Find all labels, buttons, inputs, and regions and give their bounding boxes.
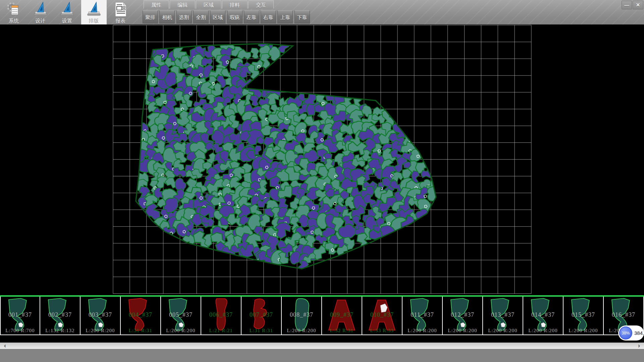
piece-id-label: 005_#37 [161, 311, 201, 318]
menu-tab-排料[interactable]: 排料 [222, 0, 248, 9]
action-button-右靠-7[interactable]: 右靠 [261, 10, 276, 23]
piece-id-label: 006_#37 [201, 311, 241, 318]
action-button-瑕疵-5[interactable]: 瑕疵 [227, 10, 243, 23]
piece-lr-label: L:21 R:21 [201, 328, 241, 334]
close-icon: ✕ [636, 2, 640, 8]
piece-lr-label: L:200 R:200 [402, 328, 442, 334]
piece-lr-label: L:700 R:700 [1, 328, 40, 334]
action-button-全割-3[interactable]: 全割 [193, 10, 209, 23]
menu-tab-区域[interactable]: 区域 [196, 0, 221, 9]
piece-thumbnail-014_#37[interactable]: 014_#37L:200 R:200 [523, 297, 564, 335]
chevron-left-icon: ‹ [4, 342, 6, 349]
piece-lr-label: L:132 R:132 [40, 328, 80, 334]
horizontal-scrollbar[interactable]: ‹ › [0, 343, 644, 349]
piece-id-label: 002_#37 [40, 311, 80, 318]
piece-thumbnail-006_#37[interactable]: 006_#37L:21 R:21 [201, 297, 241, 335]
toolbar-button-label: 排版 [89, 17, 99, 24]
piece-thumbnail-009_#37[interactable]: 009_#37L:32 R:31 [322, 297, 362, 335]
piece-id-label: 008_#37 [282, 311, 321, 318]
piece-id-label: 012_#37 [443, 311, 482, 318]
action-button-选割-2[interactable]: 选割 [176, 10, 192, 23]
toolbar-button-报表[interactable]: 报表 [108, 0, 133, 24]
memory-amount: 384.8M [634, 330, 644, 336]
close-button[interactable]: ✕ [633, 1, 643, 9]
set-square-icon [33, 1, 48, 17]
piece-lr-label: L:31 R:31 [121, 328, 160, 334]
action-button-聚排-0[interactable]: 聚排 [143, 10, 158, 23]
piece-lr-label: L:200 R:200 [161, 328, 201, 334]
piece-lr-label: L:200 R:200 [564, 328, 603, 334]
window-bottom-band [0, 349, 644, 362]
piece-thumbnail-010_#37[interactable]: 010_#37L:33 R:33 [362, 297, 402, 335]
action-button-下靠-9[interactable]: 下靠 [294, 10, 310, 23]
toolbar-button-label: 系统 [9, 17, 19, 24]
piece-id-label: 003_#37 [80, 311, 120, 318]
action-button-区域-4[interactable]: 区域 [210, 10, 225, 23]
memory-monitor-badge[interactable]: 38% 384.8M [618, 325, 644, 341]
piece-id-label: 007_#37 [241, 311, 281, 318]
scroll-left-button[interactable]: ‹ [0, 343, 10, 349]
piece-id-label: 001_#37 [1, 311, 40, 318]
piece-id-label: 004_#37 [121, 311, 160, 318]
piece-id-label: 014_#37 [523, 311, 563, 318]
memory-percent: 38% [622, 331, 630, 336]
action-button-上靠-8[interactable]: 上靠 [277, 10, 293, 23]
piece-id-label: 016_#37 [604, 311, 643, 318]
piece-thumbnail-015_#37[interactable]: 015_#37L:200 R:200 [564, 297, 604, 335]
piece-lr-label: L:200 R:200 [523, 328, 563, 334]
menu-tab-属性[interactable]: 属性 [144, 0, 169, 9]
piece-id-label: 015_#37 [564, 311, 603, 318]
piece-thumbnail-005_#37[interactable]: 005_#37L:200 R:200 [161, 297, 201, 335]
minimize-icon: — [624, 2, 629, 8]
toolbar-button-排版[interactable]: 排版 [81, 0, 107, 24]
toolbar-button-label: 设置 [62, 17, 72, 24]
piece-id-label: 009_#37 [322, 311, 362, 318]
piece-thumbnail-007_#37[interactable]: 007_#37L:31 R:31 [241, 297, 282, 335]
piece-id-label: 010_#37 [362, 311, 402, 318]
piece-thumbnail-strip: 001_#37L:700 R:700002_#37L:132 R:132003_… [0, 297, 644, 336]
piece-lr-label: L:200 R:200 [443, 328, 482, 334]
toolbar-button-label: 报表 [115, 17, 125, 24]
set-square-icon [59, 1, 75, 17]
piece-lr-label: L:200 R:200 [483, 328, 523, 334]
nested-pieces [132, 37, 441, 276]
toolbar-button-设置[interactable]: 设置 [54, 0, 80, 24]
piece-thumbnail-011_#37[interactable]: 011_#37L:200 R:200 [402, 297, 443, 335]
toolbar-button-label: 设计 [36, 17, 46, 24]
piece-lr-label: L:200 R:200 [282, 328, 321, 334]
main-toolbar: 系统设计设置排版报表 属性编辑区域排料交互 聚排相机选割全割区域瑕疵左靠右靠上靠… [0, 0, 644, 25]
piece-thumbnail-002_#37[interactable]: 002_#37L:132 R:132 [40, 297, 80, 335]
memory-percent-circle: 38% [619, 326, 632, 340]
chevron-right-icon: › [638, 342, 640, 349]
nesting-canvas[interactable] [0, 24, 644, 295]
piece-thumbnail-003_#37[interactable]: 003_#37L:200 R:200 [80, 297, 121, 335]
action-button-相机-1[interactable]: 相机 [159, 10, 175, 23]
piece-lr-label: L:32 R:31 [322, 328, 362, 334]
piece-thumbnail-004_#37[interactable]: 004_#37L:31 R:31 [121, 297, 161, 335]
hide-nesting-drawing [0, 24, 644, 295]
piece-lr-label: L:33 R:33 [362, 328, 402, 334]
piece-lr-label: L:200 R:200 [80, 328, 120, 334]
menu-tab-交互[interactable]: 交互 [248, 0, 274, 9]
menu-tab-编辑[interactable]: 编辑 [170, 0, 195, 9]
minimize-button[interactable]: — [622, 1, 632, 9]
system-gear-icon [6, 1, 21, 17]
piece-id-label: 011_#37 [402, 311, 442, 318]
set-square-icon [86, 1, 102, 17]
nested-piece [250, 47, 260, 59]
nesting-app-window: 系统设计设置排版报表 属性编辑区域排料交互 聚排相机选割全割区域瑕疵左靠右靠上靠… [0, 0, 644, 362]
scroll-right-button[interactable]: › [634, 343, 644, 349]
piece-thumbnail-001_#37[interactable]: 001_#37L:700 R:700 [0, 297, 40, 335]
toolbar-button-系统[interactable]: 系统 [1, 0, 26, 24]
piece-thumbnail-013_#37[interactable]: 013_#37L:200 R:200 [483, 297, 523, 335]
piece-id-label: 013_#37 [483, 311, 523, 318]
piece-thumbnail-012_#37[interactable]: 012_#37L:200 R:200 [443, 297, 483, 335]
piece-lr-label: L:31 R:31 [241, 328, 281, 334]
report-doc-icon [113, 1, 128, 17]
toolbar-button-设计[interactable]: 设计 [28, 0, 53, 24]
action-button-左靠-6[interactable]: 左靠 [244, 10, 259, 23]
piece-thumbnail-008_#37[interactable]: 008_#37L:200 R:200 [282, 297, 322, 335]
